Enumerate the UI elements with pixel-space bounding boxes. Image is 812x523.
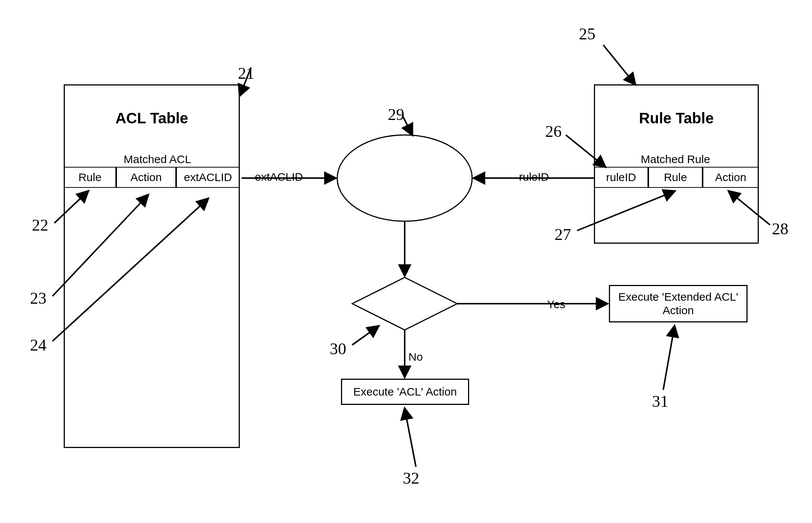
exec-acl-text: Execute 'ACL' Action [353,385,457,399]
ref-26: 26 [545,122,562,141]
edge-extaclid-label: extACLID [255,171,303,183]
exec-ext-acl-box: Execute 'Extended ACL' Action [609,285,748,322]
compare-node-text: Compare 'extACLID' with 'ruleID' [352,159,457,187]
ref-30: 30 [330,339,346,358]
ref-22: 22 [32,216,48,235]
rule-table-title: Rule Table [595,85,758,151]
exec-ext-acl-text: Execute 'Extended ACL' Action [615,290,741,317]
ref-24: 24 [30,336,46,355]
acl-col-action: Action [116,167,176,188]
decision-node-text: Equal [390,298,420,311]
acl-table-title: ACL Table [65,85,239,151]
svg-line-16 [352,326,378,345]
ref-28: 28 [772,219,788,238]
diagram-stage: ACL Table Matched ACL Rule Action extACL… [0,0,812,523]
svg-line-17 [663,326,674,390]
ref-25: 25 [579,24,595,43]
ref-27: 27 [555,225,571,244]
edge-ruleid-label: ruleID [519,171,549,183]
acl-table-header-row: Rule Action extACLID [64,167,240,188]
ref-29: 29 [388,105,404,124]
svg-line-18 [405,409,416,467]
ref-23: 23 [30,289,46,308]
ref-32: 32 [403,469,419,488]
edge-no-label: No [408,351,423,363]
acl-table: ACL Table [64,84,240,448]
exec-acl-box: Execute 'ACL' Action [341,379,469,405]
matched-acl-label: Matched ACL [124,153,191,166]
matched-rule-label: Matched Rule [641,153,710,166]
acl-col-rule: Rule [64,167,116,188]
rule-col-action: Action [703,167,759,188]
rule-table-header-row: ruleID Rule Action [594,167,759,188]
rule-col-ruleid: ruleID [594,167,648,188]
ref-21: 21 [238,64,254,83]
rule-col-rule: Rule [648,167,703,188]
edge-yes-label: Yes [547,298,565,311]
acl-col-extaclid: extACLID [176,167,240,188]
ref-31: 31 [652,392,668,411]
svg-line-11 [603,45,635,84]
